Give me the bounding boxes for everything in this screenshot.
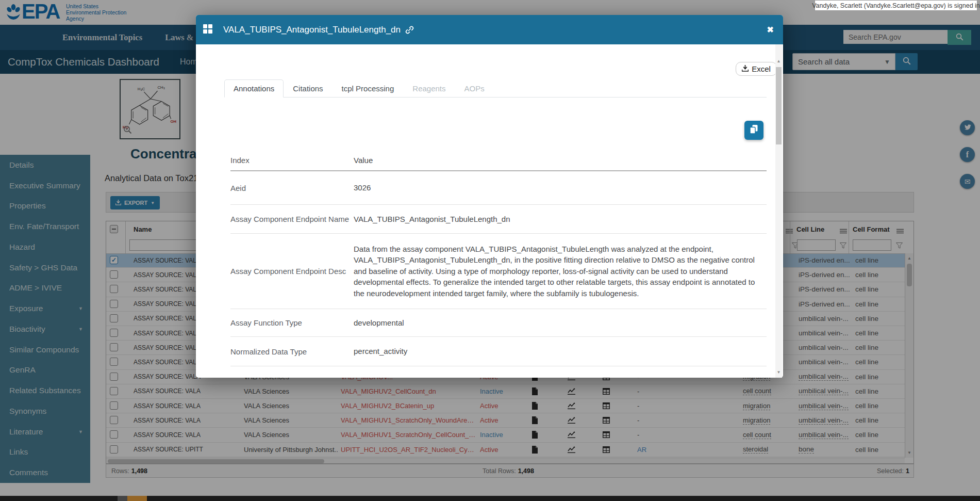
annotation-value: Data from the assay component VALA_TUBIP…: [354, 244, 760, 299]
annotation-row: Aeid 3026: [230, 171, 767, 205]
annotations-table-rows: Aeid 3026 Assay Component Endpoint Name …: [230, 171, 767, 366]
annotation-value: percent_activity: [354, 346, 760, 357]
annotation-row: Assay Component Endpoint Desc Data from …: [230, 234, 767, 309]
index-column-header: Index: [230, 156, 354, 165]
tab-citations[interactable]: Citations: [284, 79, 332, 98]
scroll-up-icon[interactable]: ▲: [775, 59, 782, 63]
annotations-table-header: Index Value: [230, 150, 767, 171]
annotation-index: Aeid: [230, 184, 354, 192]
annotation-index: Assay Function Type: [230, 318, 354, 327]
annotation-index: Normalized Data Type: [230, 347, 354, 356]
annotation-row: Assay Function Type developmental: [230, 309, 767, 337]
download-icon: [742, 64, 749, 73]
annotation-value: VALA_TUBIPS_Antagonist_TubuleLength_dn: [354, 214, 760, 225]
table-icon: [203, 24, 212, 36]
modal-title: VALA_TUBIPS_Antagonist_TubuleLength_dn: [223, 25, 401, 35]
close-icon[interactable]: ✖: [767, 25, 774, 35]
modal-header: VALA_TUBIPS_Antagonist_TubuleLength_dn ✖: [196, 15, 783, 44]
page: EPA United States Environmental Protecti…: [0, 0, 980, 501]
annotations-table: Index Value Aeid 3026 Assay Component En…: [230, 150, 767, 366]
annotation-value: developmental: [354, 317, 760, 329]
assay-endpoint-modal: VALA_TUBIPS_Antagonist_TubuleLength_dn ✖…: [196, 15, 783, 378]
value-column-header: Value: [354, 155, 760, 166]
annotation-value: 3026: [354, 182, 760, 193]
link-icon[interactable]: [405, 26, 414, 34]
modal-scrollbar: ▲ ▼: [775, 44, 782, 378]
annotation-row: Normalized Data Type percent_activity: [230, 337, 767, 366]
tab-annotations[interactable]: Annotations: [224, 79, 284, 98]
scrollbar-thumb[interactable]: [776, 67, 782, 144]
tab-tcpl-processing[interactable]: tcpl Processing: [333, 79, 404, 98]
annotation-index: Assay Component Endpoint Desc: [230, 267, 354, 276]
annotation-row: Assay Component Endpoint Name VALA_TUBIP…: [230, 205, 767, 234]
copy-icon: [750, 124, 758, 136]
tab-aops: AOPs: [455, 79, 494, 98]
copy-button[interactable]: [744, 121, 763, 140]
tab-reagents: Reagents: [403, 79, 455, 98]
scroll-down-icon[interactable]: ▼: [775, 370, 782, 375]
excel-label: Excel: [752, 64, 771, 73]
signed-in-toast: Vandyke, Scarlett (Vandyke.Scarlett@epa.…: [815, 0, 977, 11]
modal-tabs: AnnotationsCitationstcpl ProcessingReage…: [224, 78, 767, 98]
excel-export-button[interactable]: Excel: [736, 62, 777, 76]
annotation-index: Assay Component Endpoint Name: [230, 215, 354, 223]
